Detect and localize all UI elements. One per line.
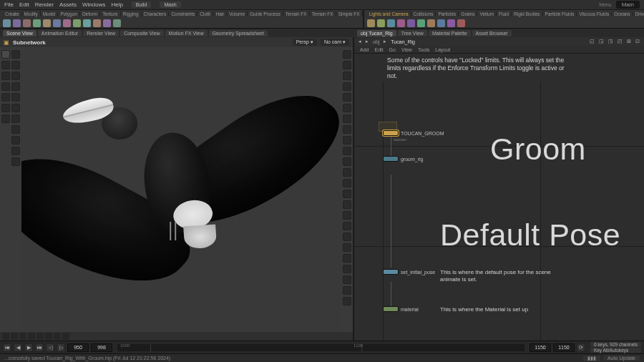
disp10-tool-icon[interactable] <box>343 147 351 155</box>
shelf-tab[interactable]: Rigid Bodies <box>512 11 543 16</box>
shelf-tab[interactable]: Create <box>3 11 22 16</box>
snap8-tool-icon[interactable] <box>11 125 20 134</box>
shelf-icon[interactable] <box>23 19 31 27</box>
shelf-icon[interactable] <box>33 19 41 27</box>
snap4-tool-icon[interactable] <box>11 82 20 91</box>
shelf-icon[interactable] <box>43 19 51 27</box>
shelf-icon[interactable] <box>417 19 425 27</box>
frame-end2[interactable]: 1150 <box>553 343 575 352</box>
disp21-tool-icon[interactable] <box>343 265 351 273</box>
snap2-tool-icon[interactable] <box>11 61 20 69</box>
vp-btn-icon[interactable] <box>62 333 69 340</box>
disp8-tool-icon[interactable] <box>343 125 351 134</box>
shelf-tab[interactable]: Lights and Camera <box>367 11 411 16</box>
net-tool-icon[interactable]: ⊡ <box>635 39 640 44</box>
shelf-icon[interactable] <box>367 19 375 27</box>
disp22-tool-icon[interactable] <box>343 275 351 284</box>
vp-btn-icon[interactable] <box>54 333 61 340</box>
pane-tab[interactable]: Scene View <box>3 30 36 36</box>
shelf-tab[interactable]: Collisions <box>411 11 436 16</box>
frame-start[interactable]: 950 <box>67 343 89 352</box>
hierarchy-icon[interactable]: ▣ <box>4 39 9 46</box>
net-menu[interactable]: Add <box>360 47 369 52</box>
pane-tab[interactable]: Animation Editor <box>38 30 82 36</box>
disp5-tool-icon[interactable] <box>343 93 351 102</box>
menu-render[interactable]: Render <box>35 1 54 8</box>
shelf-tab[interactable]: Rigging <box>121 11 142 16</box>
frame-current[interactable]: 998 <box>91 343 112 352</box>
net-tool-icon[interactable]: ◰ <box>618 39 623 44</box>
pane-tab[interactable]: Tree View <box>398 30 427 36</box>
node-set-pose[interactable]: set_initial_pose <box>383 269 435 275</box>
path-rig[interactable]: Tucan_Rig <box>391 39 415 44</box>
shelf-icon[interactable] <box>387 19 395 27</box>
pane-tab[interactable]: obj Tucan_Rig <box>357 30 396 36</box>
menu-file[interactable]: File <box>4 1 14 8</box>
shelf-icon[interactable] <box>437 19 445 27</box>
fwd-icon[interactable]: ▸ <box>366 39 369 44</box>
node-material[interactable]: material <box>383 306 419 312</box>
back-icon[interactable]: ◂ <box>358 39 361 44</box>
shelf-icon[interactable] <box>103 19 111 27</box>
disp16-tool-icon[interactable] <box>343 211 351 220</box>
shelf-tab[interactable]: Polygon <box>58 11 80 16</box>
shelf-icon[interactable] <box>447 19 455 27</box>
node-groom-sub[interactable]: toucan <box>394 137 406 142</box>
disp2-tool-icon[interactable] <box>343 61 351 69</box>
disp6-tool-icon[interactable] <box>343 104 351 112</box>
view-tool-icon[interactable] <box>1 114 10 123</box>
shelf-tab[interactable]: Drive/FX <box>633 11 644 16</box>
shelf-icon[interactable] <box>73 19 81 27</box>
shelf-tab[interactable]: Fluid <box>497 11 512 16</box>
shelf-tab[interactable]: Terrain FX <box>310 11 336 16</box>
shelf-icon[interactable] <box>457 19 465 27</box>
pose-tool-icon[interactable] <box>1 93 10 102</box>
net-menu[interactable]: Layout <box>435 47 450 52</box>
play-back-icon[interactable]: ◀ <box>14 343 22 352</box>
menu-edit[interactable]: Edit <box>19 1 29 8</box>
timeline-anim[interactable]: Key All/Autokeys <box>590 348 641 353</box>
shelf-icon[interactable] <box>3 19 11 27</box>
disp19-tool-icon[interactable] <box>343 243 351 252</box>
play-end-icon[interactable]: ⏭ <box>35 343 44 352</box>
pane-tab[interactable]: Render View <box>83 30 119 36</box>
move-tool-icon[interactable] <box>1 61 10 69</box>
shelf-tab[interactable]: Vellum <box>477 11 497 16</box>
shelf-tab[interactable]: Grains <box>459 11 477 16</box>
shelf-icon[interactable] <box>407 19 415 27</box>
menu-windows[interactable]: Windows <box>82 1 105 8</box>
viewport-cam[interactable]: No cam ▾ <box>321 39 349 46</box>
vp-btn-icon[interactable] <box>45 333 52 340</box>
realtime-icon[interactable]: ⟳ <box>577 343 585 352</box>
snap11-tool-icon[interactable] <box>11 157 20 166</box>
auto-update[interactable]: Auto Update <box>603 356 640 361</box>
shelf-tab[interactable]: Terrain FX <box>283 11 310 16</box>
shelf-tab[interactable]: Volume <box>227 11 248 16</box>
menu-help[interactable]: Help <box>111 1 122 8</box>
shelf-icon[interactable] <box>53 19 61 27</box>
shelf-tab[interactable]: Texture <box>100 11 120 16</box>
disp24-tool-icon[interactable] <box>343 297 351 305</box>
network-canvas[interactable]: TOUCAN_GROOM toucan groom_rig set_initia… <box>354 82 644 341</box>
snap3-tool-icon[interactable] <box>11 72 20 80</box>
pane-tab[interactable]: Material Palette <box>429 30 471 36</box>
shelf-tab[interactable]: Model <box>41 11 59 16</box>
shelf-tab[interactable]: Particle Fluids <box>543 11 577 16</box>
rotate-tool-icon[interactable] <box>1 72 10 80</box>
disp14-tool-icon[interactable] <box>343 190 351 198</box>
shelf-tab[interactable]: Particles <box>436 11 459 16</box>
shelf-icon[interactable] <box>427 19 435 27</box>
viewport-persp[interactable]: Persp ▾ <box>293 39 317 46</box>
viewport-canvas[interactable] <box>21 49 341 331</box>
shelf-icon[interactable] <box>83 19 91 27</box>
shelf-icon[interactable] <box>13 19 21 27</box>
snap6-tool-icon[interactable] <box>11 104 20 112</box>
play-fwd-icon[interactable]: ▶ <box>24 343 33 352</box>
pane-tab[interactable]: Asset Browser <box>472 30 512 36</box>
shelf-tab[interactable]: Cloth <box>197 11 213 16</box>
mash-pill[interactable]: Mash <box>160 1 180 8</box>
net-menu[interactable]: Edit <box>374 47 383 52</box>
shelf-icon[interactable] <box>113 19 121 27</box>
handle-tool-icon[interactable] <box>1 104 10 112</box>
build-pill[interactable]: Build <box>132 1 152 8</box>
